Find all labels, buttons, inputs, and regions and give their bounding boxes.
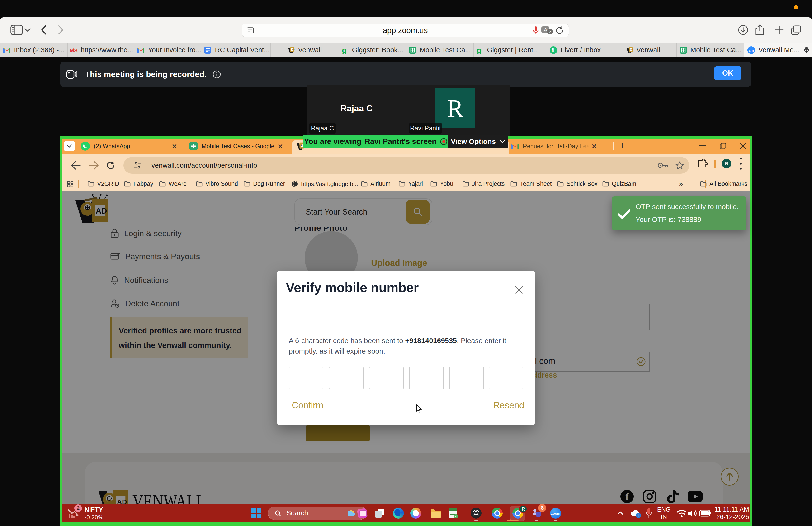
svg-text:g: g [477,46,482,54]
svg-text:MS: MS [70,47,78,54]
svg-text:AD: AD [630,48,633,51]
svg-text:✕: ✕ [549,30,552,33]
svg-text:T: T [537,512,539,516]
svg-text:A: A [544,27,547,32]
svg-text:AD: AD [291,48,294,51]
svg-text:zm: zm [749,48,754,52]
svg-text:fi: fi [552,47,554,53]
svg-text:g: g [342,46,347,54]
svg-text:i: i [638,514,639,518]
